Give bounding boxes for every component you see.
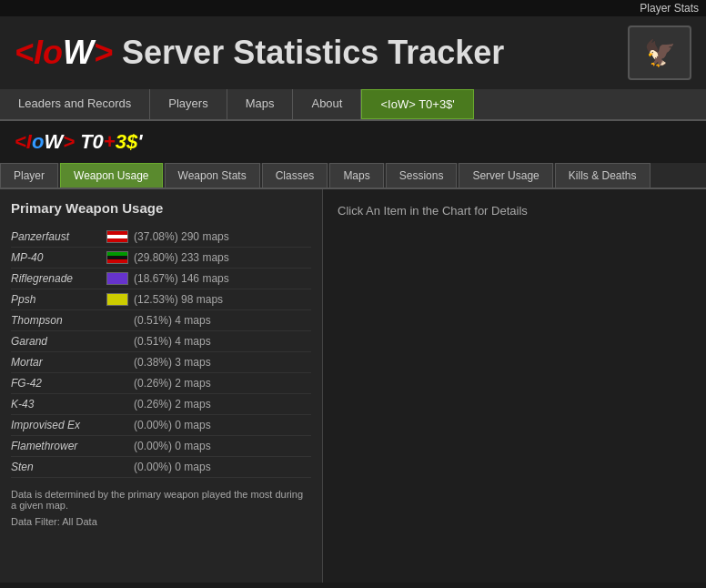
weapon-stats: (29.80%) 233 maps: [134, 251, 229, 264]
weapon-stats: (0.38%) 3 maps: [134, 356, 211, 369]
weapon-name: Flamethrower: [11, 440, 106, 452]
weapon-icon: [106, 272, 128, 285]
weapon-icon: [106, 419, 128, 431]
weapon-row[interactable]: Riflegrenade(18.67%) 146 maps: [11, 269, 311, 289]
weapon-icon: [106, 335, 128, 348]
weapon-stats: (0.26%) 2 maps: [134, 377, 211, 390]
nav-item-player-active[interactable]: <IoW> T0+3$': [361, 89, 473, 119]
header: <IoW> Server Statistics Tracker 🦅: [0, 16, 706, 89]
weapon-name: Improvised Ex: [11, 419, 106, 431]
tab-classes[interactable]: Classes: [262, 163, 328, 188]
player-dollar: $: [126, 130, 137, 153]
left-panel: Primary Weapon Usage Panzerfaust(37.08%)…: [0, 189, 323, 583]
weapon-icon: [106, 377, 128, 390]
weapon-name: Ppsh: [11, 293, 106, 306]
weapon-row[interactable]: FG-42(0.26%) 2 maps: [11, 373, 311, 394]
top-bar: Player Stats: [0, 0, 706, 16]
title-bracket-left: <: [15, 34, 34, 71]
weapon-name: FG-42: [11, 377, 106, 390]
tab-kills-deaths[interactable]: Kills & Deaths: [555, 163, 651, 188]
weapon-stats: (0.26%) 2 maps: [134, 398, 211, 411]
title-io: Io: [34, 34, 63, 71]
weapon-stats: (0.00%) 0 maps: [134, 461, 211, 473]
weapon-icon: [106, 314, 128, 327]
player-o: o: [32, 130, 44, 153]
weapon-row[interactable]: Sten(0.00%) 0 maps: [11, 457, 311, 478]
tab-maps[interactable]: Maps: [329, 163, 383, 188]
panel-title: Primary Weapon Usage: [11, 200, 311, 216]
player-lt: <: [15, 130, 26, 153]
weapon-row[interactable]: MP-40(29.80%) 233 maps: [11, 248, 311, 269]
weapon-name: K-43: [11, 398, 106, 411]
main-nav: Leaders and Records Players Maps About <…: [0, 89, 706, 121]
nav-item-leaders[interactable]: Leaders and Records: [0, 89, 150, 119]
title-rest: Server Statistics Tracker: [113, 34, 504, 71]
player-tick: ': [137, 130, 142, 153]
weapon-stats: (37.08%) 290 maps: [134, 230, 229, 243]
weapon-stats: (0.00%) 0 maps: [134, 440, 211, 452]
chart-click-hint: Click An Item in the Chart for Details: [338, 204, 528, 218]
top-bar-label: Player Stats: [640, 2, 699, 15]
weapon-stats: (18.67%) 146 maps: [134, 272, 229, 285]
nav-item-players[interactable]: Players: [150, 89, 227, 119]
weapon-stats: (12.53%) 98 maps: [134, 293, 223, 306]
weapon-row[interactable]: Ppsh(12.53%) 98 maps: [11, 289, 311, 310]
weapon-stats: (0.00%) 0 maps: [134, 419, 211, 431]
weapon-name: MP-40: [11, 251, 106, 264]
right-panel: Click An Item in the Chart for Details: [323, 189, 706, 583]
weapon-icon: [106, 461, 128, 473]
footer-note1: Data is determined by the primary weapon…: [11, 489, 311, 511]
site-title: <IoW> Server Statistics Tracker: [15, 34, 628, 72]
player-plus: +: [104, 130, 116, 153]
weapon-name: Mortar: [11, 356, 106, 369]
footer-note2: Data Filter: All Data: [11, 516, 311, 527]
weapon-name: Panzerfaust: [11, 230, 106, 243]
weapon-list: Panzerfaust(37.08%) 290 mapsMP-40(29.80%…: [11, 227, 311, 478]
weapon-name: Riflegrenade: [11, 272, 106, 285]
tab-weapon-usage[interactable]: Weapon Usage: [60, 163, 163, 188]
weapon-stats: (0.51%) 4 maps: [134, 335, 211, 348]
player-title-bar: <IoW> T0+3$': [0, 121, 706, 163]
player-t0: T0: [75, 130, 104, 153]
player-gt: >: [63, 130, 75, 153]
weapon-row[interactable]: Mortar(0.38%) 3 maps: [11, 352, 311, 373]
player-w: W: [44, 130, 63, 153]
weapon-name: Thompson: [11, 314, 106, 327]
weapon-row[interactable]: K-43(0.26%) 2 maps: [11, 394, 311, 415]
nav-item-maps[interactable]: Maps: [227, 89, 294, 119]
nav-item-about[interactable]: About: [293, 89, 361, 119]
tab-weapon-stats[interactable]: Weapon Stats: [165, 163, 260, 188]
title-w: W: [63, 34, 94, 71]
weapon-name: Sten: [11, 461, 106, 473]
weapon-stats: (0.51%) 4 maps: [134, 314, 211, 327]
weapon-row[interactable]: Flamethrower(0.00%) 0 maps: [11, 436, 311, 457]
weapon-row[interactable]: Improvised Ex(0.00%) 0 maps: [11, 415, 311, 436]
title-bracket-right: >: [94, 34, 113, 71]
weapon-icon: [106, 251, 128, 264]
weapon-name: Garand: [11, 335, 106, 348]
weapon-row[interactable]: Panzerfaust(37.08%) 290 maps: [11, 227, 311, 248]
weapon-icon: [106, 230, 128, 243]
weapon-icon: [106, 398, 128, 411]
site-logo: 🦅: [628, 25, 691, 80]
weapon-icon: [106, 440, 128, 452]
weapon-row[interactable]: Thompson(0.51%) 4 maps: [11, 310, 311, 331]
eagle-icon: 🦅: [644, 38, 676, 68]
content-tabs: Player Weapon Usage Weapon Stats Classes…: [0, 163, 706, 189]
weapon-icon: [106, 356, 128, 369]
tab-sessions[interactable]: Sessions: [386, 163, 458, 188]
weapon-row[interactable]: Garand(0.51%) 4 maps: [11, 331, 311, 352]
main-content: Primary Weapon Usage Panzerfaust(37.08%)…: [0, 189, 706, 583]
tab-player[interactable]: Player: [0, 163, 58, 188]
tab-server-usage[interactable]: Server Usage: [459, 163, 552, 188]
weapon-icon: [106, 293, 128, 306]
player-3: 3: [116, 130, 126, 153]
